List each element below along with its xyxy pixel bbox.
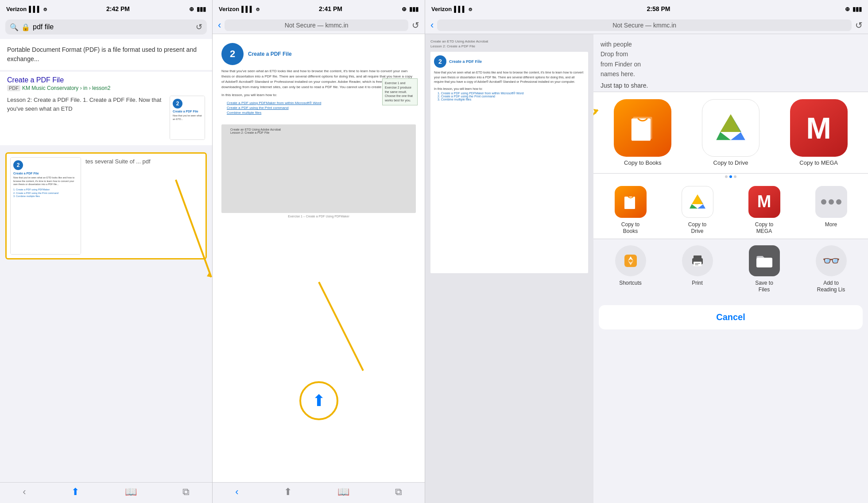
pdf-preview: 2 Create a PDF File Now that you've seen… xyxy=(10,157,81,255)
copy-to-mega[interactable]: M Copy to MEGA xyxy=(738,186,791,235)
selected-result-card[interactable]: 2 Create a PDF File Now that you've seen… xyxy=(5,152,207,259)
files-svg xyxy=(756,253,773,268)
spacer xyxy=(593,298,868,302)
status-bar-3: Verizon ▌▌▌ ⌾ 2:58 PM ⊕ ▮▮▮ xyxy=(425,0,868,17)
cancel-button[interactable]: Cancel xyxy=(599,305,863,329)
signal-icon-2: ▌▌▌ xyxy=(241,6,254,12)
svg-line-3 xyxy=(593,110,598,141)
pdf-bg-subheader: Lesson 2: Create a PDF File xyxy=(430,44,588,48)
svg-marker-4 xyxy=(593,109,598,114)
glasses-icon: 👓 xyxy=(822,252,840,269)
pdf-link-2[interactable]: Create a PDF using the Print command xyxy=(227,105,416,110)
dot-1 xyxy=(725,175,728,178)
share-header: with people Drop from from Finder on nam… xyxy=(593,34,868,92)
share-button-circle[interactable]: ⬆ xyxy=(299,381,338,420)
svg-marker-1 xyxy=(207,273,211,277)
action-row: Shortcuts Print xyxy=(593,239,868,298)
books-svg xyxy=(627,112,659,144)
print-label: Print xyxy=(692,280,703,286)
copy-to-books[interactable]: Copy to Books xyxy=(604,186,657,235)
card-text: tes several Suite of ... pdf xyxy=(85,157,202,166)
copy-to-drive[interactable]: Copy to Drive xyxy=(671,186,724,235)
books-big-label: Copy to Books xyxy=(624,159,662,166)
search-bar[interactable]: 🔍 🔒 pdf file ↺ xyxy=(5,19,207,35)
back-btn-1[interactable]: ‹ xyxy=(23,486,26,498)
back-nav-3[interactable]: ‹ xyxy=(430,19,434,31)
svg-marker-11 xyxy=(720,114,741,132)
back-btn-2[interactable]: ‹ xyxy=(235,486,238,498)
browser-bar-3: ‹ Not Secure — kmmc.in ↺ xyxy=(425,17,868,34)
share-icon[interactable]: ⬆ xyxy=(312,391,326,410)
reading-list-label: Add to Reading Lis xyxy=(817,280,845,294)
battery-1: ▮▮▮ xyxy=(197,6,206,12)
svg-marker-14 xyxy=(690,204,698,209)
svg-marker-13 xyxy=(692,194,703,204)
dot-3-more xyxy=(836,199,841,205)
phone-panel-2: Verizon ▌▌▌ ⌾ 2:41 PM ⊕ ▮▮▮ ‹ Not Secure… xyxy=(213,0,425,503)
time-3: 2:58 PM xyxy=(647,5,670,12)
reload-btn-3[interactable]: ↺ xyxy=(855,20,863,31)
search-snippet: Portable Document Format (PDF) is a file… xyxy=(0,39,212,70)
search-result-link[interactable]: Create a PDF File PDF KM Music Conservat… xyxy=(0,72,212,91)
books-label: Copy to Books xyxy=(621,221,639,235)
shortcuts-action[interactable]: Shortcuts xyxy=(604,245,657,286)
save-files-action[interactable]: Save to Files xyxy=(738,245,791,294)
svg-rect-22 xyxy=(695,263,700,264)
mega-icon-big-item: M Copy to MEGA xyxy=(790,99,848,166)
pdf-sidebar: Exercise 1 and Exercise 2 produce the sa… xyxy=(382,78,418,105)
dot-2 xyxy=(729,175,732,178)
search-result-full: Lesson 2: Create a PDF File. 1. Create a… xyxy=(0,91,212,145)
print-action[interactable]: Print xyxy=(671,245,724,286)
drive-big-label: Copy to Drive xyxy=(713,159,748,166)
url-bar-2[interactable]: Not Secure — kmmc.in xyxy=(225,19,408,31)
location-icon-3: ⊕ xyxy=(845,6,850,12)
shortcuts-svg xyxy=(623,253,639,269)
print-icon xyxy=(682,245,713,276)
reload-btn-2[interactable]: ↺ xyxy=(412,20,419,31)
location-icon-2: ⊕ xyxy=(402,6,407,12)
drive-svg xyxy=(713,112,748,143)
pdf-main-title: Create a PDF File xyxy=(248,50,292,58)
reload-icon[interactable]: ↺ xyxy=(196,22,202,32)
mega-letter-small: M xyxy=(757,192,771,211)
save-files-icon xyxy=(749,245,780,276)
url-bar-3[interactable]: Not Secure — kmmc.in xyxy=(437,19,852,31)
status-left-1: Verizon ▌▌▌ ⌾ xyxy=(6,6,47,12)
tabs-btn-2[interactable]: ⧉ xyxy=(395,486,402,498)
tap-share: Just tap to share. xyxy=(601,82,861,89)
svg-rect-12 xyxy=(624,197,635,209)
bookmarks-btn-2[interactable]: 📖 xyxy=(337,486,349,498)
search-text: pdf file xyxy=(33,23,193,31)
reading-list-action[interactable]: 👓 Add to Reading Lis xyxy=(805,245,858,294)
pdf-background: Create an ETD Using Adobe Acrobat Lesson… xyxy=(425,34,593,503)
dot-2-more xyxy=(829,199,834,205)
more-label: More xyxy=(825,221,837,228)
back-nav-2[interactable]: ‹ xyxy=(218,19,221,31)
signal-icon-3: ▌▌▌ xyxy=(454,6,466,12)
status-right-2: ⊕ ▮▮▮ xyxy=(402,6,418,12)
pdf-link-3[interactable]: Combine multiple files xyxy=(227,110,416,115)
carrier-2: Verizon xyxy=(219,6,239,12)
pdf-bg-header: Create an ETD Using Adobe Acrobat xyxy=(430,39,588,43)
bottom-nav-1: ‹ ⬆ 📖 ⧉ xyxy=(0,482,212,503)
browser-bar-2: ‹ Not Secure — kmmc.in ↺ xyxy=(213,17,425,34)
result-title[interactable]: Create a PDF File xyxy=(7,76,205,84)
tabs-btn-1[interactable]: ⧉ xyxy=(182,486,190,498)
share-btn-2[interactable]: ⬆ xyxy=(284,486,292,498)
svg-rect-6 xyxy=(632,118,651,140)
phone-panel-1: Verizon ▌▌▌ ⌾ 2:42 PM ⊕ ▮▮▮ 🔍 🔒 pdf file… xyxy=(0,0,213,503)
more-button[interactable]: More xyxy=(805,186,858,228)
wifi-icon-3: ⌾ xyxy=(469,6,472,12)
share-btn-1[interactable]: ⬆ xyxy=(71,486,79,498)
bottom-nav-2: ‹ ⬆ 📖 ⧉ xyxy=(213,482,425,503)
drive-label: Copy to Drive xyxy=(688,221,706,235)
svg-marker-9 xyxy=(716,132,731,140)
shortcuts-label: Shortcuts xyxy=(619,280,642,286)
mega-big-label: Copy to MEGA xyxy=(799,159,838,166)
print-svg xyxy=(690,253,705,269)
bookmarks-btn-1[interactable]: 📖 xyxy=(125,486,137,498)
carrier-1: Verizon xyxy=(6,6,27,12)
mega-label: Copy to MEGA xyxy=(755,221,773,235)
pdf-badge: PDF xyxy=(7,85,20,91)
breadcrumb-path: KM Music Conservatory › in › lesson2 xyxy=(22,85,110,91)
